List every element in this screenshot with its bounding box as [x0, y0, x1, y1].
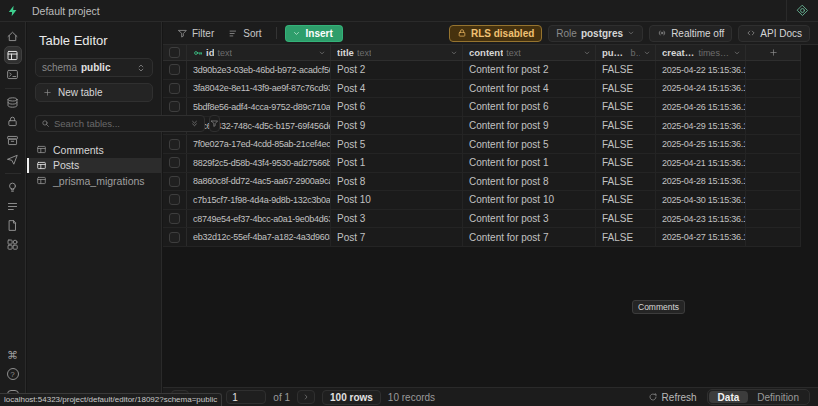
table-row[interactable]: 7f0e027a-17ed-4cdd-85ab-21cef4ec4bfa Pos… — [163, 135, 801, 154]
cell-createdat[interactable]: 2025-04-28 15:15:36.141 — [656, 173, 746, 191]
cell-content[interactable]: Content for post 6 — [463, 98, 596, 116]
cell-createdat[interactable]: 2025-04-26 15:15:36.141 — [656, 98, 746, 116]
cell-published[interactable]: FALSE — [596, 80, 656, 98]
sidebar-item-prisma-migrations[interactable]: _prisma_migrations — [27, 173, 161, 189]
cell-published[interactable]: FALSE — [596, 98, 656, 116]
ai-assistant-icon[interactable] — [796, 4, 809, 17]
cell-title[interactable]: Post 5 — [331, 135, 463, 153]
command-menu-icon[interactable]: ⌘ — [4, 346, 22, 364]
reports-icon[interactable] — [4, 216, 22, 234]
cell-createdat[interactable]: 2025-04-22 15:15:36.141 — [656, 61, 746, 79]
rls-disabled-button[interactable]: RLS disabled — [449, 25, 542, 42]
home-icon[interactable] — [4, 27, 22, 45]
table-row[interactable]: 3d90b2e3-03eb-46bd-b972-acadcf50eeee Pos… — [163, 61, 801, 80]
project-name[interactable]: Default project — [32, 5, 100, 17]
cell-id[interactable]: 7f0e027a-17ed-4cdd-85ab-21cef4ec4bfa — [187, 135, 331, 153]
cell-title[interactable]: Post 6 — [331, 98, 463, 116]
cell-id[interactable]: 5bdf8e56-adf4-4cca-9752-d89c710acd1e — [187, 98, 331, 116]
add-column-button[interactable] — [746, 45, 801, 60]
cell-published[interactable]: FALSE — [596, 191, 656, 209]
cell-id[interactable]: 8829f2c5-d58b-43f4-9530-ad27566b650e — [187, 154, 331, 172]
refresh-button[interactable]: Refresh — [648, 392, 697, 403]
column-header-id[interactable]: id text — [187, 45, 331, 60]
cell-content[interactable]: Content for post 10 — [463, 191, 596, 209]
cell-content[interactable]: Content for post 4 — [463, 80, 596, 98]
supabase-logo-icon[interactable] — [0, 5, 26, 17]
table-editor-icon[interactable] — [4, 46, 22, 64]
column-header-title[interactable]: title text — [331, 45, 463, 60]
table-row[interactable]: 5bdf8e56-adf4-4cca-9752-d89c710acd1e Pos… — [163, 98, 801, 117]
cell-title[interactable]: Post 9 — [331, 117, 463, 135]
insert-button[interactable]: Insert — [285, 25, 343, 42]
row-checkbox[interactable] — [163, 98, 187, 116]
new-table-button[interactable]: New table — [35, 83, 153, 102]
cell-published[interactable]: FALSE — [596, 154, 656, 172]
cell-createdat[interactable]: 2025-04-25 15:15:36.141 — [656, 135, 746, 153]
table-row[interactable]: c7b15cf7-1f98-4d4a-9d8b-132c3b0a5a16 Pos… — [163, 191, 801, 210]
cell-createdat[interactable]: 2025-04-21 15:15:36.141 — [656, 154, 746, 172]
tab-data[interactable]: Data — [709, 391, 749, 403]
cell-id[interactable]: c7b15cf7-1f98-4d4a-9d8b-132c3b0a5a16 — [187, 191, 331, 209]
cell-title[interactable]: Post 7 — [331, 228, 463, 246]
realtime-icon[interactable] — [4, 150, 22, 168]
table-row[interactable]: 3fa8042e-8e11-43f9-ae9f-87c76cd93109 Pos… — [163, 80, 801, 99]
cell-title[interactable]: Post 4 — [331, 80, 463, 98]
schema-select[interactable]: schema public — [35, 58, 153, 77]
search-tables-box[interactable] — [35, 115, 205, 132]
next-page-button[interactable] — [297, 390, 315, 404]
advisors-icon[interactable] — [4, 178, 22, 196]
cell-published[interactable]: FALSE — [596, 228, 656, 246]
search-tables-input[interactable] — [54, 118, 186, 129]
row-checkbox[interactable] — [163, 173, 187, 191]
storage-icon[interactable] — [4, 131, 22, 149]
column-header-content[interactable]: content text — [463, 45, 596, 60]
cell-published[interactable]: FALSE — [596, 61, 656, 79]
cell-createdat[interactable]: 2025-04-23 15:15:36.141 — [656, 210, 746, 228]
cell-id[interactable]: 3d90b2e3-03eb-46bd-b972-acadcf50eeee — [187, 61, 331, 79]
row-checkbox[interactable] — [163, 135, 187, 153]
cell-content[interactable]: Content for post 2 — [463, 61, 596, 79]
table-row[interactable]: 8829f2c5-d58b-43f4-9530-ad27566b650e Pos… — [163, 154, 801, 173]
sidebar-item-posts[interactable]: Posts — [27, 158, 161, 174]
sidebar-item-comments[interactable]: Comments — [27, 142, 161, 158]
logs-icon[interactable] — [4, 197, 22, 215]
row-checkbox[interactable] — [163, 191, 187, 209]
cell-content[interactable]: Content for post 8 — [463, 173, 596, 191]
table-filter-button[interactable] — [209, 115, 220, 132]
cell-content[interactable]: Content for post 3 — [463, 210, 596, 228]
api-docs-button[interactable]: API Docs — [738, 25, 810, 42]
cell-content[interactable]: Content for post 5 — [463, 135, 596, 153]
database-icon[interactable] — [4, 93, 22, 111]
page-number-input[interactable] — [226, 390, 266, 404]
auth-lock-icon[interactable] — [4, 112, 22, 130]
cell-published[interactable]: FALSE — [596, 173, 656, 191]
table-row[interactable]: c8749e54-ef37-4bcc-a0a1-9e0b4d63cc8c Pos… — [163, 210, 801, 229]
filter-button[interactable]: Filter — [171, 25, 220, 42]
column-header-createdat[interactable]: createdAt timestamp — [656, 45, 746, 60]
cell-published[interactable]: FALSE — [596, 135, 656, 153]
cell-id[interactable]: 8a860c8f-dd72-4ac5-aa67-2900a9ca038f — [187, 173, 331, 191]
cell-content[interactable]: Content for post 7 — [463, 228, 596, 246]
table-row[interactable]: 8a860c8f-dd72-4ac5-aa67-2900a9ca038f Pos… — [163, 173, 801, 192]
cell-title[interactable]: Post 1 — [331, 154, 463, 172]
cell-title[interactable]: Post 3 — [331, 210, 463, 228]
select-all-checkbox[interactable] — [169, 47, 180, 58]
cell-published[interactable]: FALSE — [596, 210, 656, 228]
cell-createdat[interactable]: 2025-04-24 15:15:36.141 — [656, 80, 746, 98]
cell-createdat[interactable]: 2025-04-30 15:15:36.141 — [656, 191, 746, 209]
sort-button[interactable]: Sort — [222, 25, 267, 42]
cell-content[interactable]: Content for post 9 — [463, 117, 596, 135]
rows-per-page-button[interactable]: 100 rows — [322, 390, 381, 405]
table-row[interactable]: 68c69432-748c-4d5c-b157-69f456de850b Pos… — [163, 117, 801, 136]
help-icon[interactable]: ? — [4, 365, 22, 383]
cell-id[interactable]: 3fa8042e-8e11-43f9-ae9f-87c76cd93109 — [187, 80, 331, 98]
cell-content[interactable]: Content for post 1 — [463, 154, 596, 172]
cell-id[interactable]: c8749e54-ef37-4bcc-a0a1-9e0b4d63cc8c — [187, 210, 331, 228]
row-checkbox[interactable] — [163, 154, 187, 172]
cell-published[interactable]: FALSE — [596, 117, 656, 135]
select-all-cell[interactable] — [163, 45, 187, 60]
realtime-toggle-button[interactable]: Realtime off — [649, 25, 732, 42]
cell-id[interactable]: eb32d12c-55ef-4ba7-a182-4a3d96035aeb — [187, 228, 331, 246]
cell-createdat[interactable]: 2025-04-29 15:15:36.141 — [656, 117, 746, 135]
row-checkbox[interactable] — [163, 210, 187, 228]
